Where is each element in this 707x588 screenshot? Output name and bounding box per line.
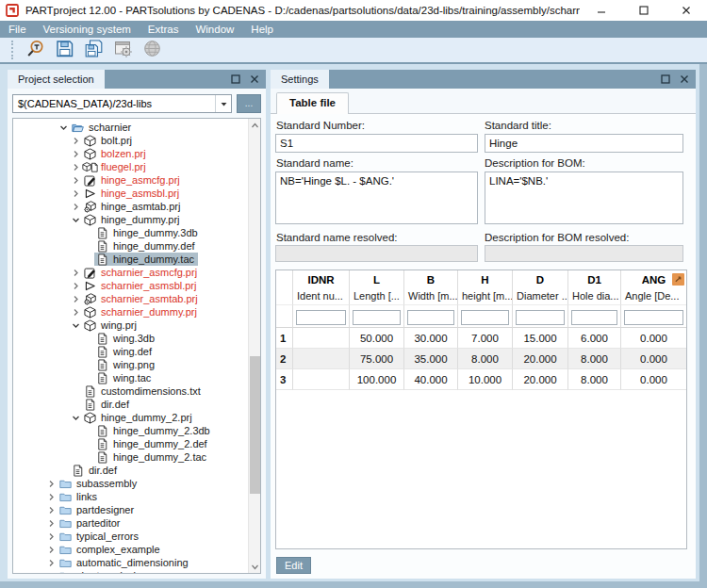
chevron-collapsed-icon[interactable] bbox=[70, 268, 82, 278]
tree-item-scharnier-dummy-prj[interactable]: scharnier_dummy.prj bbox=[13, 305, 247, 318]
tree-item-hinge-dummy-def[interactable]: hinge_dummy.def bbox=[13, 239, 247, 253]
table-cell[interactable]: 8.000 bbox=[568, 349, 621, 369]
scroll-up-button[interactable] bbox=[249, 119, 261, 132]
tab-table-file[interactable]: Table file bbox=[276, 92, 349, 114]
table-cell[interactable] bbox=[293, 328, 350, 349]
tree-item-hinge-dummy-2-prj[interactable]: hinge_dummy_2.prj bbox=[13, 411, 247, 424]
table-cell[interactable]: 20.000 bbox=[513, 369, 568, 390]
tree-item-wing-tac[interactable]: wing.tac bbox=[13, 371, 247, 384]
minimize-button[interactable] bbox=[580, 0, 622, 21]
standard-title-input[interactable] bbox=[485, 134, 683, 153]
table-cell[interactable]: 0.000 bbox=[621, 349, 686, 369]
menu-file[interactable]: File bbox=[0, 21, 35, 38]
column-header-d1[interactable]: D1 bbox=[568, 270, 621, 289]
tree-item-hinge-dummy-tac[interactable]: hinge_dummy.tac bbox=[13, 253, 247, 266]
table-cell[interactable]: 7.000 bbox=[458, 328, 513, 349]
bom-description-textarea[interactable]: LINA='$NB.' bbox=[485, 172, 683, 224]
batch-run-button[interactable] bbox=[111, 40, 134, 61]
filter-input-d[interactable] bbox=[516, 310, 565, 325]
tree-item-hinge-asmcfg-prj[interactable]: hinge_asmcfg.prj bbox=[13, 173, 247, 187]
dropdown-arrow-icon[interactable] bbox=[215, 95, 231, 112]
column-header-h[interactable]: H bbox=[458, 270, 513, 289]
table-cell[interactable]: 40.000 bbox=[404, 369, 458, 390]
table-cell[interactable]: 6.000 bbox=[568, 328, 621, 349]
filter-input-ang[interactable] bbox=[624, 310, 683, 325]
chevron-collapsed-icon[interactable] bbox=[70, 188, 82, 199]
settings-panel-maximize-button[interactable] bbox=[659, 73, 672, 86]
tree-item-hinge-dummy-3db[interactable]: hinge_dummy.3db bbox=[13, 226, 247, 239]
chevron-collapsed-icon[interactable] bbox=[45, 531, 58, 542]
table-cell[interactable]: 20.000 bbox=[513, 349, 568, 369]
table-cell[interactable]: 15.000 bbox=[513, 328, 568, 349]
menu-window[interactable]: Window bbox=[187, 21, 242, 38]
chevron-collapsed-icon[interactable] bbox=[45, 492, 58, 502]
table-cell[interactable]: 0.000 bbox=[621, 328, 686, 349]
chevron-collapsed-icon[interactable] bbox=[70, 136, 82, 146]
project-panel-close-button[interactable] bbox=[248, 73, 261, 86]
tree-item-wing-3db[interactable]: wing.3db bbox=[13, 332, 247, 345]
ang-highlight-icon[interactable] bbox=[672, 273, 684, 286]
tree-item-complex-example[interactable]: complex_example bbox=[13, 543, 247, 556]
tree-item-scharnier-asmcfg-prj[interactable]: scharnier_asmcfg.prj bbox=[13, 266, 247, 279]
column-header-l[interactable]: L bbox=[350, 270, 404, 289]
table-cell[interactable]: 30.000 bbox=[404, 328, 458, 349]
chevron-collapsed-icon[interactable] bbox=[45, 518, 58, 529]
table-cell[interactable] bbox=[293, 369, 350, 390]
chevron-collapsed-icon[interactable] bbox=[45, 571, 58, 575]
tree-scrollbar[interactable] bbox=[248, 119, 260, 573]
tree-item-partdesigner[interactable]: partdesigner bbox=[13, 503, 247, 516]
tree-item-wing-def[interactable]: wing.def bbox=[13, 345, 247, 358]
chevron-collapsed-icon[interactable] bbox=[70, 307, 82, 318]
column-header-ang[interactable]: ANG bbox=[621, 270, 686, 289]
column-header-d[interactable]: D bbox=[513, 270, 568, 289]
tree-item-typical-errors[interactable]: typical_errors bbox=[13, 530, 247, 543]
tree-item-dir-def[interactable]: dir.def bbox=[13, 398, 247, 411]
tree-item-parteditor[interactable]: parteditor bbox=[13, 516, 247, 530]
tree-item-bolt-prj[interactable]: bolt.prj bbox=[13, 134, 247, 147]
tree-item-scharnier[interactable]: scharnier bbox=[13, 121, 247, 134]
chevron-collapsed-icon[interactable] bbox=[70, 281, 82, 291]
menu-help[interactable]: Help bbox=[242, 21, 282, 38]
tree-item-wing-prj[interactable]: wing.prj bbox=[13, 318, 247, 332]
standard-number-input[interactable] bbox=[275, 134, 478, 153]
tree-item-scharnier-asmsbl-prj[interactable]: scharnier_asmsbl.prj bbox=[13, 279, 247, 292]
chevron-collapsed-icon[interactable] bbox=[70, 149, 82, 159]
tree-item-hinge-dummy-prj[interactable]: hinge_dummy.prj bbox=[13, 213, 247, 226]
save-all-button[interactable] bbox=[82, 40, 105, 61]
close-button[interactable] bbox=[665, 0, 707, 21]
tree-item-hinge-dummy-2-def[interactable]: hinge_dummy_2.def bbox=[13, 437, 247, 450]
edit-button[interactable]: Edit bbox=[276, 557, 311, 574]
tree-item-wing-png[interactable]: wing.png bbox=[13, 358, 247, 371]
tree-item-customdimensions-txt[interactable]: customdimensions.txt bbox=[13, 384, 247, 398]
filter-input-idnr[interactable] bbox=[296, 310, 346, 325]
chevron-collapsed-icon[interactable] bbox=[70, 294, 82, 304]
tree-item-shortened-view[interactable]: shortened_view bbox=[13, 569, 247, 574]
filter-input-d1[interactable] bbox=[571, 310, 617, 325]
tree-item-links[interactable]: links bbox=[13, 490, 247, 503]
chevron-collapsed-icon[interactable] bbox=[70, 162, 82, 172]
tree-item-hinge-asmtab-prj[interactable]: hinge_asmtab.prj bbox=[13, 200, 247, 213]
row-number[interactable]: 3 bbox=[276, 369, 293, 390]
toolbar-drag-handle[interactable] bbox=[11, 41, 15, 59]
column-header-b[interactable]: B bbox=[404, 270, 458, 289]
menu-versioning-system[interactable]: Versioning system bbox=[35, 21, 140, 38]
scroll-thumb[interactable] bbox=[250, 356, 260, 494]
column-header-idnr[interactable]: IDNR bbox=[293, 270, 350, 289]
chevron-collapsed-icon[interactable] bbox=[70, 175, 82, 186]
chevron-collapsed-icon[interactable] bbox=[70, 202, 82, 212]
table-cell[interactable]: 50.000 bbox=[350, 328, 404, 349]
save-button[interactable] bbox=[53, 40, 75, 61]
chevron-expanded-icon[interactable] bbox=[58, 122, 70, 133]
filter-input-b[interactable] bbox=[407, 310, 454, 325]
table-cell[interactable]: 8.000 bbox=[568, 369, 621, 390]
row-number[interactable]: 2 bbox=[276, 349, 293, 369]
filter-input-l[interactable] bbox=[353, 310, 401, 325]
menu-extras[interactable]: Extras bbox=[140, 21, 188, 38]
tree-item-bolzen-prj[interactable]: bolzen.prj bbox=[13, 147, 247, 160]
tree-item-automatic-dimensioning[interactable]: automatic_dimensioning bbox=[13, 556, 247, 569]
table-cell[interactable]: 0.000 bbox=[621, 369, 686, 390]
chevron-collapsed-icon[interactable] bbox=[45, 558, 58, 568]
project-search-button[interactable] bbox=[24, 40, 46, 61]
chevron-expanded-icon[interactable] bbox=[70, 215, 82, 225]
filter-input-h[interactable] bbox=[461, 310, 509, 325]
